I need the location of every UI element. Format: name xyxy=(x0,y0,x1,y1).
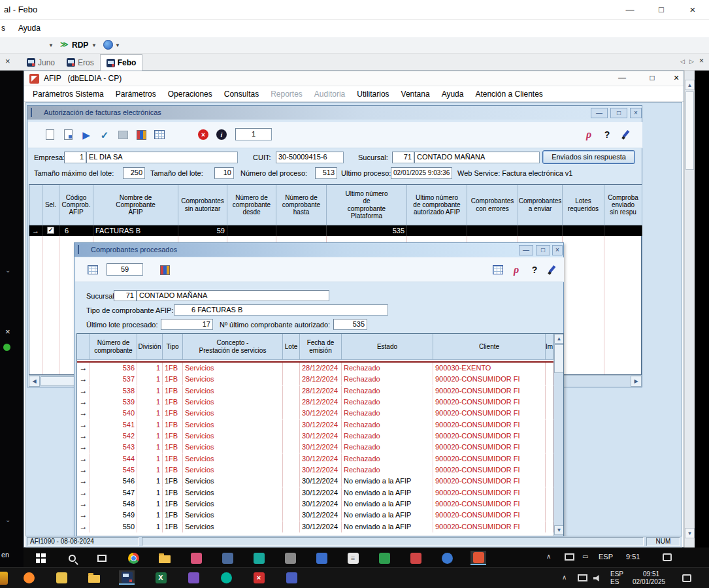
cell-lote[interactable] xyxy=(283,408,300,419)
cell-importe[interactable] xyxy=(546,363,553,374)
cell-marker[interactable]: → xyxy=(77,374,90,385)
cell-cliente[interactable]: 900020-CONSUMIDOR FI xyxy=(433,431,546,442)
sucursal-code-field[interactable]: 71 xyxy=(392,152,414,163)
tab-prev-icon[interactable]: ◁ xyxy=(680,58,685,65)
outer-language-line2[interactable]: ES xyxy=(610,578,619,586)
taskbar-icon-pink-app[interactable] xyxy=(188,551,204,565)
tamano-max-field[interactable]: 250 xyxy=(123,167,145,179)
cell-tipo[interactable]: 1FB xyxy=(163,453,183,465)
cell-lote[interactable] xyxy=(283,385,300,397)
cell-concepto[interactable]: Servicios xyxy=(183,476,283,487)
outer-clock-time[interactable]: 09:51 xyxy=(643,570,659,578)
cell-estado[interactable]: Rechazado xyxy=(342,363,433,374)
numero-proceso-field[interactable]: 513 xyxy=(315,167,337,179)
cell-importe[interactable] xyxy=(546,487,553,498)
auth-cell-sin_autorizar[interactable]: 59 xyxy=(178,225,227,236)
outer-minimize-button[interactable]: — xyxy=(616,0,644,20)
cell-cliente[interactable]: 900020-CONSUMIDOR FI xyxy=(433,419,546,431)
cell-division[interactable]: 1 xyxy=(137,453,163,465)
cell-cliente[interactable]: 900020-CONSUMIDOR FI xyxy=(433,487,546,498)
cell-division[interactable]: 1 xyxy=(137,374,163,385)
cell-cliente[interactable]: 900020-CONSUMIDOR FI xyxy=(433,453,546,465)
cell-numero[interactable]: 550 xyxy=(90,521,137,532)
cell-fecha[interactable]: 28/12/2024 xyxy=(300,385,342,397)
cell-estado[interactable]: Rechazado xyxy=(342,385,433,397)
cell-tipo[interactable]: 1FB xyxy=(163,408,183,419)
taskbar-icon-rdp-manager[interactable] xyxy=(119,570,135,585)
cell-importe[interactable] xyxy=(546,476,553,487)
cell-tipo[interactable]: 1FB xyxy=(163,374,183,385)
proc-print-button[interactable]: ρ xyxy=(508,261,525,278)
cell-estado[interactable]: Rechazado xyxy=(342,431,433,442)
cell-division[interactable]: 1 xyxy=(137,431,163,442)
cell-concepto[interactable]: Servicios xyxy=(183,453,283,465)
menu-ventana[interactable]: Ventana xyxy=(395,86,436,101)
scrollbar-thumb[interactable] xyxy=(554,344,564,373)
tray-speaker-icon[interactable] xyxy=(593,574,602,582)
tamano-field[interactable]: 10 xyxy=(214,167,234,179)
cell-marker[interactable]: → xyxy=(77,363,90,374)
proc-row-546[interactable]: →54611FBServicios30/12/2024No enviado a … xyxy=(77,476,553,487)
taskbar-icon-gray-app[interactable] xyxy=(282,551,298,565)
proc-row-549[interactable]: →54911FBServicios30/12/2024No enviado a … xyxy=(77,510,553,521)
tools-button[interactable] xyxy=(617,126,634,143)
cell-lote[interactable] xyxy=(283,419,300,431)
cell-lote[interactable] xyxy=(283,487,300,498)
taskbar-icon-steel-app[interactable] xyxy=(220,551,235,565)
cell-division[interactable]: 1 xyxy=(137,465,163,476)
proc-row-545[interactable]: →54511FBServicios30/12/2024Rechazado9000… xyxy=(77,465,553,476)
cell-concepto[interactable]: Servicios xyxy=(183,521,283,532)
chevron-down-icon[interactable]: ⌄ xyxy=(5,516,10,523)
auth-cell-nombre[interactable]: FACTURAS B xyxy=(93,225,178,236)
cut-app-icon[interactable] xyxy=(0,572,8,585)
cell-division[interactable]: 1 xyxy=(137,397,163,408)
process-count-field[interactable]: 1 xyxy=(235,128,272,140)
cell-fecha[interactable]: 28/12/2024 xyxy=(300,397,342,408)
proc-tools-button[interactable] xyxy=(543,261,560,278)
cell-division[interactable]: 1 xyxy=(137,442,163,453)
cell-importe[interactable] xyxy=(546,442,553,453)
cell-fecha[interactable]: 28/12/2024 xyxy=(300,363,342,374)
cell-division[interactable]: 1 xyxy=(137,498,163,510)
cell-lote[interactable] xyxy=(283,498,300,510)
cell-estado[interactable]: Rechazado xyxy=(342,408,433,419)
tray-chevron-icon[interactable]: ∧ xyxy=(546,553,551,560)
auth-cell-ultimo_plataforma[interactable]: 535 xyxy=(327,225,407,236)
proc-row-543[interactable]: →54311FBServicios30/12/2024Rechazado9000… xyxy=(77,442,553,453)
cell-fecha[interactable]: 30/12/2024 xyxy=(300,408,342,419)
strip-close-icon[interactable]: × xyxy=(5,327,10,336)
proc-maximize-button[interactable]: □ xyxy=(536,245,550,255)
cell-lote[interactable] xyxy=(283,431,300,442)
tray-chevron-icon[interactable]: ∧ xyxy=(562,574,567,581)
cell-importe[interactable] xyxy=(546,374,553,385)
info-button[interactable]: i xyxy=(213,126,230,143)
cell-estado[interactable]: No enviado a la AFIP xyxy=(342,487,433,498)
cell-fecha[interactable]: 30/12/2024 xyxy=(300,510,342,521)
columns-button[interactable] xyxy=(133,126,150,143)
outer-language-line1[interactable]: ESP xyxy=(610,570,623,578)
cell-division[interactable]: 1 xyxy=(137,510,163,521)
cell-concepto[interactable]: Servicios xyxy=(183,487,283,498)
cell-estado[interactable]: Rechazado xyxy=(342,442,433,453)
scroll-right-icon[interactable]: ▶ xyxy=(631,376,642,387)
tab-juno[interactable]: Juno xyxy=(21,54,61,71)
menu-par-metros-sistema[interactable]: Parámetros Sistema xyxy=(27,86,110,101)
cell-concepto[interactable]: Servicios xyxy=(183,431,283,442)
menu-utilitarios[interactable]: Utilitarios xyxy=(351,86,395,101)
cell-fecha[interactable]: 30/12/2024 xyxy=(300,431,342,442)
cell-tipo[interactable]: 1FB xyxy=(163,442,183,453)
cell-marker[interactable]: → xyxy=(77,476,90,487)
cell-estado[interactable]: No enviado a la AFIP xyxy=(342,521,433,532)
scrollbar-thumb[interactable] xyxy=(685,91,694,170)
cell-concepto[interactable]: Servicios xyxy=(183,419,283,431)
tray-network-icon[interactable] xyxy=(578,574,587,581)
proc-row-541[interactable]: →54111FBServicios30/12/2024Rechazado9000… xyxy=(77,419,553,431)
outer-clock-date[interactable]: 02/01/2025 xyxy=(633,578,665,586)
cell-numero[interactable]: 544 xyxy=(90,453,137,465)
cell-importe[interactable] xyxy=(546,385,553,397)
cell-fecha[interactable]: 30/12/2024 xyxy=(300,521,342,532)
cell-cliente[interactable]: 900020-CONSUMIDOR FI xyxy=(433,498,546,510)
scroll-left-icon[interactable]: ◀ xyxy=(29,376,40,387)
cell-importe[interactable] xyxy=(546,453,553,465)
cell-lote[interactable] xyxy=(283,363,300,374)
